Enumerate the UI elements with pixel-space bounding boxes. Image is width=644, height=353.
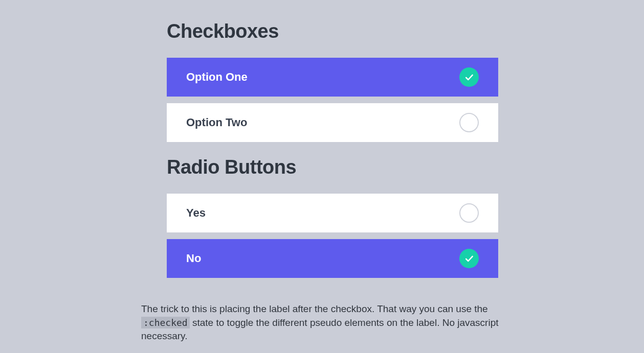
checkbox-option-one[interactable]: Option One <box>167 58 498 97</box>
radio-label: Yes <box>186 206 206 220</box>
check-icon <box>459 249 479 268</box>
explanation-part2: state to toggle the different pseudo ele… <box>141 317 499 342</box>
radio-label: No <box>186 252 201 265</box>
radio-option-no[interactable]: No <box>167 239 498 278</box>
checkboxes-group: Option One Option Two <box>167 58 498 142</box>
radio-group: Yes No <box>167 194 498 278</box>
checkbox-label: Option One <box>186 70 248 84</box>
checkbox-label: Option Two <box>186 116 247 129</box>
radio-option-yes[interactable]: Yes <box>167 194 498 232</box>
radio-heading: Radio Buttons <box>167 156 498 178</box>
checkboxes-heading: Checkboxes <box>167 20 498 42</box>
check-icon <box>459 67 479 87</box>
code-token: :checked <box>141 317 190 328</box>
explanation-part1: The trick to this is placing the label a… <box>141 303 488 314</box>
checkbox-option-two[interactable]: Option Two <box>167 103 498 142</box>
explanation-text: The trick to this is placing the label a… <box>141 302 530 343</box>
empty-circle-icon <box>459 113 479 132</box>
empty-circle-icon <box>459 203 479 223</box>
